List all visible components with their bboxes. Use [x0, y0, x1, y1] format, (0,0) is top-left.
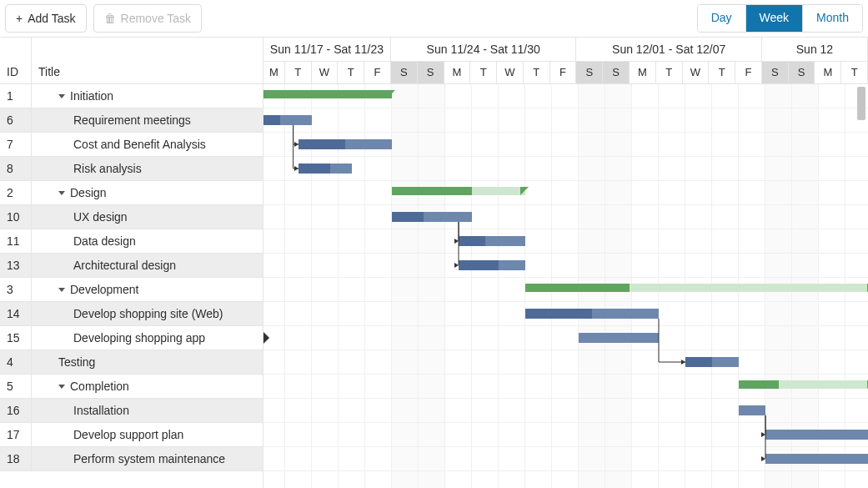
- cell-id: 4: [0, 350, 32, 374]
- expand-icon[interactable]: [58, 288, 65, 292]
- table-row[interactable]: 18Perform system maintenance: [0, 447, 263, 471]
- day-header-cell: S: [391, 61, 418, 84]
- timeline-pane: Sun 11/17 - Sat 11/23Sun 11/24 - Sat 11/…: [263, 38, 868, 488]
- expand-icon[interactable]: [58, 191, 65, 195]
- summary-bar[interactable]: [525, 284, 868, 292]
- chart-body[interactable]: [263, 84, 868, 488]
- day-header-cell: W: [312, 61, 339, 84]
- view-day[interactable]: Day: [698, 5, 746, 32]
- summary-bar[interactable]: [263, 90, 392, 98]
- cell-id: 3: [0, 278, 32, 301]
- table-row[interactable]: 15Developing shopping app: [0, 326, 263, 350]
- task-bar[interactable]: [685, 357, 739, 367]
- cell-id: 11: [0, 229, 32, 253]
- table-row[interactable]: 13Architectural design: [0, 254, 263, 278]
- task-title: Requirement meetings: [73, 113, 191, 127]
- cell-id: 1: [0, 84, 32, 108]
- task-bar[interactable]: [459, 260, 525, 270]
- vertical-scrollbar[interactable]: [855, 84, 868, 488]
- grid-row: [263, 350, 868, 375]
- cell-id: 8: [0, 157, 32, 180]
- task-bar[interactable]: [765, 430, 868, 440]
- view-month[interactable]: Month: [803, 5, 862, 32]
- remove-task-button[interactable]: 🗑 Remove Task: [93, 4, 203, 33]
- cell-title: Cost and Benefit Analysis: [32, 133, 263, 156]
- task-bar[interactable]: [299, 139, 392, 149]
- day-header-cell: T: [470, 61, 497, 84]
- table-row[interactable]: 14Develop shopping site (Web): [0, 302, 263, 326]
- grid-row: [263, 326, 868, 350]
- task-title: Initiation: [70, 89, 113, 103]
- cell-title: Risk analysis: [32, 157, 263, 180]
- table-rows: 1Initiation6Requirement meetings7Cost an…: [0, 84, 263, 488]
- cell-id: 6: [0, 108, 32, 132]
- column-id-header[interactable]: ID: [0, 38, 32, 83]
- task-title: Perform system maintenance: [73, 452, 225, 465]
- cell-id: 15: [0, 326, 32, 350]
- task-bar[interactable]: [739, 405, 765, 415]
- view-week[interactable]: Week: [746, 5, 804, 32]
- cell-id: 13: [0, 254, 32, 277]
- table-row[interactable]: 8Risk analysis: [0, 157, 263, 181]
- task-title: Installation: [73, 404, 129, 417]
- cell-title: UX design: [32, 205, 263, 229]
- cell-title: Requirement meetings: [32, 108, 263, 132]
- table-row[interactable]: 4Testing: [0, 350, 263, 375]
- cell-title: Completion: [32, 375, 263, 398]
- task-bar[interactable]: [765, 454, 868, 464]
- table-row[interactable]: 11Data design: [0, 229, 263, 254]
- task-bar[interactable]: [459, 236, 525, 246]
- day-header-cell: T: [709, 61, 735, 84]
- task-bar[interactable]: [392, 212, 472, 222]
- day-header-cell: M: [630, 61, 656, 84]
- summary-bar[interactable]: [739, 380, 868, 389]
- column-title-header[interactable]: Title: [32, 38, 263, 83]
- toolbar: + Add Task 🗑 Remove Task Day Week Month: [0, 0, 868, 37]
- scroll-thumb[interactable]: [857, 87, 865, 120]
- table-row[interactable]: 5Completion: [0, 375, 263, 399]
- cell-id: 17: [0, 423, 32, 446]
- task-bar[interactable]: [299, 164, 352, 174]
- day-header-cell: M: [444, 61, 471, 84]
- view-switch: Day Week Month: [697, 4, 863, 33]
- task-title: UX design: [73, 210, 128, 224]
- task-title: Cost and Benefit Analysis: [73, 138, 206, 151]
- grid-row: [263, 254, 868, 278]
- week-header-cell: Sun 11/24 - Sat 11/30: [391, 38, 576, 61]
- table-row[interactable]: 3Development: [0, 278, 263, 302]
- expand-icon[interactable]: [58, 94, 65, 98]
- day-header-cell: T: [338, 61, 364, 84]
- expand-icon[interactable]: [58, 385, 65, 389]
- week-header-cell: Sun 12/01 - Sat 12/07: [576, 38, 761, 61]
- cell-title: Architectural design: [32, 254, 263, 277]
- cell-title: Perform system maintenance: [32, 447, 263, 470]
- table-row[interactable]: 10UX design: [0, 205, 263, 229]
- table-row[interactable]: 6Requirement meetings: [0, 108, 263, 133]
- day-header-cell: S: [418, 61, 444, 84]
- table-row[interactable]: 16Installation: [0, 399, 263, 423]
- task-bar[interactable]: [525, 309, 659, 319]
- day-header-cell: S: [576, 61, 603, 84]
- day-header-cell: M: [815, 61, 841, 84]
- table-row[interactable]: 7Cost and Benefit Analysis: [0, 133, 263, 157]
- table-row[interactable]: 2Design: [0, 181, 263, 205]
- task-title: Design: [70, 186, 107, 199]
- add-task-button[interactable]: + Add Task: [5, 4, 87, 33]
- cell-id: 18: [0, 447, 32, 470]
- task-bar[interactable]: [263, 115, 312, 125]
- grid-row: [263, 229, 868, 254]
- cell-title: Developing shopping app: [32, 326, 263, 350]
- day-header-cell: W: [683, 61, 710, 84]
- day-header-cell: W: [497, 61, 524, 84]
- table-row[interactable]: 17Develop support plan: [0, 423, 263, 447]
- remove-task-label: Remove Task: [121, 12, 192, 25]
- day-header-cell: S: [603, 61, 630, 84]
- table-row[interactable]: 1Initiation: [0, 84, 263, 108]
- day-header-cell: T: [841, 61, 868, 84]
- table-header: ID Title: [0, 38, 263, 84]
- summary-bar[interactable]: [392, 187, 525, 195]
- task-bar[interactable]: [579, 333, 659, 343]
- day-header-cell: T: [285, 61, 312, 84]
- cell-id: 14: [0, 302, 32, 325]
- task-title: Develop shopping site (Web): [73, 307, 223, 320]
